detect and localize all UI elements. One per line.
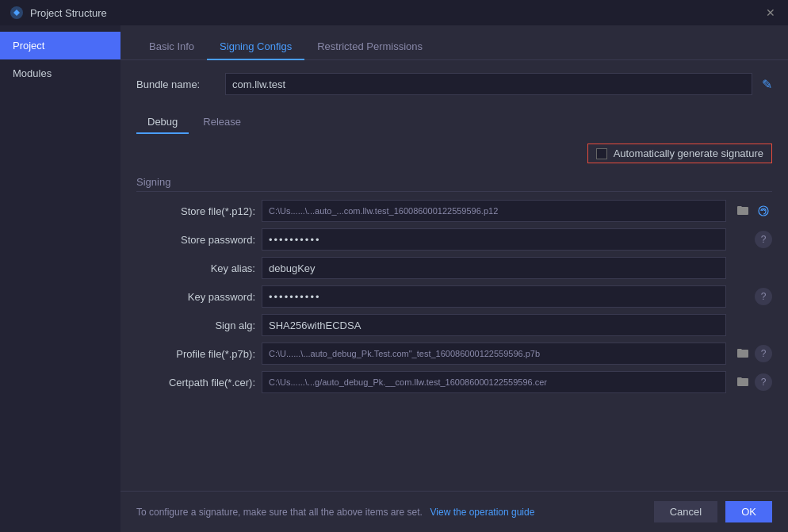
store-file-actions bbox=[733, 202, 772, 220]
certpath-file-row: Certpath file(*.cer): ? bbox=[136, 371, 772, 393]
key-password-help-icon[interactable]: ? bbox=[755, 288, 772, 305]
store-password-help-icon[interactable]: ? bbox=[755, 231, 772, 248]
auto-sign-label: Automatically generate signature bbox=[614, 147, 763, 159]
app-icon bbox=[10, 6, 24, 20]
sub-tab-release[interactable]: Release bbox=[192, 111, 252, 134]
bundle-name-label: Bundle name: bbox=[136, 78, 216, 90]
sign-alg-row: Sign alg: bbox=[136, 314, 772, 336]
profile-file-label: Profile file(*.p7b): bbox=[136, 348, 255, 360]
footer-note-container: To configure a signature, make sure that… bbox=[136, 506, 534, 518]
profile-file-actions: ? bbox=[733, 345, 772, 362]
key-alias-label: Key alias: bbox=[136, 262, 255, 274]
store-password-input[interactable] bbox=[262, 228, 726, 251]
sub-tab-bar: Debug Release bbox=[136, 111, 772, 134]
footer-guide-link[interactable]: View the operation guide bbox=[430, 507, 535, 518]
dialog-title: Project Structure bbox=[30, 7, 107, 19]
store-file-folder-icon[interactable] bbox=[734, 202, 752, 220]
auto-sign-row: Automatically generate signature bbox=[136, 144, 772, 163]
signing-section-title: Signing bbox=[136, 176, 772, 192]
tab-basic-info[interactable]: Basic Info bbox=[136, 34, 207, 60]
store-password-row: Store password: ? bbox=[136, 228, 772, 251]
key-password-input[interactable] bbox=[262, 285, 726, 308]
title-bar: Project Structure ✕ bbox=[0, 0, 788, 25]
main-content: Basic Info Signing Configs Restricted Pe… bbox=[120, 25, 788, 532]
sign-alg-input[interactable] bbox=[262, 314, 726, 336]
certpath-file-input[interactable] bbox=[262, 371, 726, 393]
profile-file-row: Profile file(*.p7b): ? bbox=[136, 343, 772, 365]
store-file-label: Store file(*.p12): bbox=[136, 205, 255, 217]
certpath-file-actions: ? bbox=[733, 373, 772, 391]
footer: To configure a signature, make sure that… bbox=[120, 491, 788, 532]
footer-note: To configure a signature, make sure that… bbox=[136, 507, 423, 518]
content-area: Bundle name: ✎ Debug Release bbox=[120, 60, 788, 491]
store-file-row: Store file(*.p12): bbox=[136, 200, 772, 222]
sidebar: Project Modules bbox=[0, 25, 120, 532]
profile-file-input[interactable] bbox=[262, 343, 726, 365]
project-structure-dialog: Project Structure ✕ Project Modules Basi… bbox=[0, 0, 788, 532]
profile-file-help-icon[interactable]: ? bbox=[755, 345, 772, 362]
tab-signing-configs[interactable]: Signing Configs bbox=[207, 34, 304, 60]
certpath-file-label: Certpath file(*.cer): bbox=[136, 377, 255, 388]
bundle-edit-icon[interactable]: ✎ bbox=[762, 77, 772, 92]
store-file-fingerprint-icon[interactable] bbox=[755, 202, 772, 220]
cancel-button[interactable]: Cancel bbox=[654, 501, 717, 522]
store-file-input[interactable] bbox=[262, 200, 726, 222]
sidebar-item-project[interactable]: Project bbox=[0, 32, 120, 59]
auto-sign-box: Automatically generate signature bbox=[587, 144, 772, 163]
sign-alg-label: Sign alg: bbox=[136, 320, 255, 331]
key-password-actions: ? bbox=[733, 288, 772, 305]
sub-tab-debug[interactable]: Debug bbox=[136, 111, 189, 134]
title-bar-left: Project Structure bbox=[10, 6, 107, 20]
dialog-body: Project Modules Basic Info Signing Confi… bbox=[0, 25, 788, 532]
key-alias-input[interactable] bbox=[262, 257, 726, 279]
key-password-row: Key password: ? bbox=[136, 285, 772, 308]
bundle-name-input[interactable] bbox=[225, 73, 752, 95]
key-password-label: Key password: bbox=[136, 291, 255, 303]
close-button[interactable]: ✕ bbox=[763, 5, 778, 21]
ok-button[interactable]: OK bbox=[725, 501, 772, 522]
sidebar-item-modules[interactable]: Modules bbox=[0, 59, 120, 87]
store-password-actions: ? bbox=[733, 231, 772, 248]
store-password-label: Store password: bbox=[136, 234, 255, 246]
footer-buttons: Cancel OK bbox=[654, 501, 772, 522]
tab-bar: Basic Info Signing Configs Restricted Pe… bbox=[120, 25, 788, 60]
profile-file-folder-icon[interactable] bbox=[734, 345, 752, 362]
key-alias-row: Key alias: bbox=[136, 257, 772, 279]
auto-sign-checkbox[interactable] bbox=[596, 148, 607, 159]
certpath-file-help-icon[interactable]: ? bbox=[755, 373, 772, 391]
signing-section: Signing Store file(*.p12): bbox=[136, 176, 772, 393]
bundle-name-row: Bundle name: ✎ bbox=[136, 73, 772, 95]
certpath-file-folder-icon[interactable] bbox=[734, 373, 752, 391]
tab-restricted-permissions[interactable]: Restricted Permissions bbox=[304, 34, 435, 60]
